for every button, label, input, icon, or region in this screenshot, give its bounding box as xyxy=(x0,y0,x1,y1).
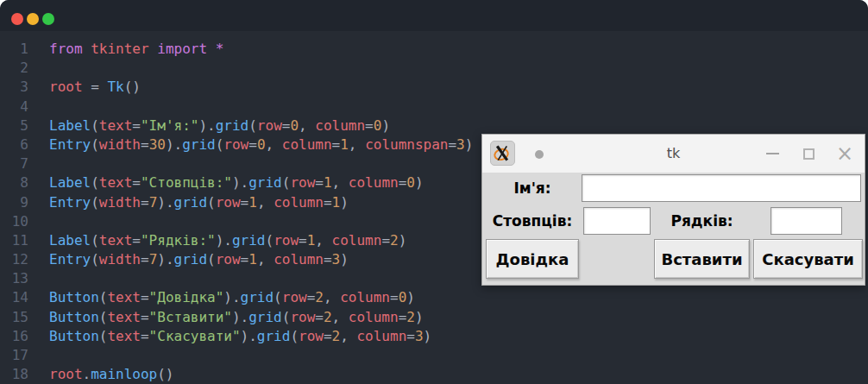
code-text: Label(text="Ім'я:").grid(row=0, column=0… xyxy=(49,116,390,135)
code-line: 15Button(text="Вставити").grid(row=2, co… xyxy=(0,308,868,327)
rows-entry[interactable] xyxy=(771,207,842,235)
code-line: 4 xyxy=(0,98,868,116)
line-number: 14 xyxy=(0,288,28,307)
code-text: root = Tk() xyxy=(49,78,141,97)
line-number: 10 xyxy=(0,212,28,231)
code-line: 18root.mainloop() xyxy=(0,365,868,384)
code-text: Entry(width=30).grid(row=0, column=1, co… xyxy=(49,135,473,154)
line-number: 12 xyxy=(0,250,28,269)
minimize-icon[interactable] xyxy=(764,145,781,162)
line-number: 17 xyxy=(0,346,28,365)
line-number: 15 xyxy=(0,308,28,327)
tk-titlebar[interactable]: tk × xyxy=(482,135,865,173)
columns-entry[interactable] xyxy=(583,207,651,235)
screenshot-root: 1from tkinter import *23root = Tk()45Lab… xyxy=(0,0,868,384)
line-number: 4 xyxy=(0,98,28,116)
maximize-icon[interactable] xyxy=(800,145,817,162)
cancel-button[interactable]: Скасувати xyxy=(753,239,863,279)
close-traffic-light-icon[interactable] xyxy=(11,13,23,25)
line-number: 7 xyxy=(0,154,28,173)
line-number: 13 xyxy=(0,269,28,288)
line-number: 1 xyxy=(0,40,28,59)
line-number: 9 xyxy=(0,193,28,212)
code-text: Label(text="Стовпців:").grid(row=1, colu… xyxy=(49,173,424,192)
code-text: Entry(width=7).grid(row=1, column=3) xyxy=(49,250,349,269)
code-line: 14Button(text="Довідка").grid(row=2, col… xyxy=(0,288,868,307)
code-line: 3root = Tk() xyxy=(0,78,868,97)
code-text: Button(text="Вставити").grid(row=2, colu… xyxy=(49,308,424,327)
zoom-traffic-light-icon[interactable] xyxy=(42,13,54,25)
insert-button[interactable]: Вставити xyxy=(654,239,750,279)
code-text: Button(text="Скасувати").grid(row=2, col… xyxy=(49,327,431,346)
tk-window-controls: × xyxy=(764,135,853,173)
minimize-traffic-light-icon[interactable] xyxy=(27,13,39,25)
code-line: 16Button(text="Скасувати").grid(row=2, c… xyxy=(0,327,868,346)
editor-titlebar xyxy=(0,0,868,31)
line-number: 16 xyxy=(0,327,28,346)
code-line: 2 xyxy=(0,59,868,78)
line-number: 3 xyxy=(0,78,28,97)
code-text: root.mainloop() xyxy=(49,365,174,384)
code-text: Button(text="Довідка").grid(row=2, colum… xyxy=(49,288,415,307)
help-button[interactable]: Довідка xyxy=(486,239,579,279)
code-line: 5Label(text="Ім'я:").grid(row=0, column=… xyxy=(0,116,868,135)
name-label: Ім'я: xyxy=(487,174,578,202)
traffic-lights xyxy=(11,13,54,25)
line-number: 6 xyxy=(0,135,28,154)
tk-window-body: Ім'я: Стовпців: Рядків: Довідка Вставити… xyxy=(482,173,865,285)
code-text: Entry(width=7).grid(row=1, column=1) xyxy=(49,193,349,212)
close-icon[interactable]: × xyxy=(836,145,853,162)
line-number: 18 xyxy=(0,365,28,384)
line-number: 5 xyxy=(0,116,28,135)
rows-label: Рядків: xyxy=(654,207,750,235)
line-number: 11 xyxy=(0,231,28,250)
tk-window: tk × Ім'я: Стовпців: Рядків: Довідка Вст… xyxy=(481,134,865,286)
name-entry[interactable] xyxy=(582,174,861,202)
code-text: from tkinter import * xyxy=(49,40,223,59)
code-text: Label(text="Рядків:").grid(row=1, column… xyxy=(49,231,406,250)
code-line: 17 xyxy=(0,346,868,365)
line-number: 8 xyxy=(0,173,28,192)
columns-label: Стовпців: xyxy=(487,207,578,235)
line-number: 2 xyxy=(0,59,28,78)
code-line: 1from tkinter import * xyxy=(0,40,868,59)
